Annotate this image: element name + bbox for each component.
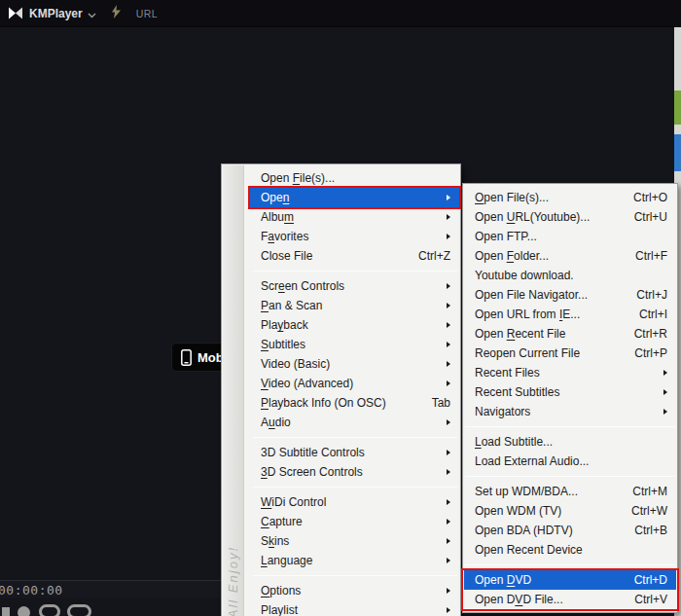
menu-shortcut: Ctrl+M <box>632 485 667 498</box>
chevron-down-icon[interactable] <box>88 5 96 22</box>
menu-item-reopen-current-file[interactable]: Reopen Current FileCtrl+P <box>464 344 676 363</box>
menu-item-open-file-s[interactable]: Open File(s)... <box>250 168 459 188</box>
menu-shortcut: Ctrl+V <box>634 593 667 606</box>
menu-item-label: Open File(s)... <box>261 171 335 185</box>
submenu-arrow-icon <box>447 322 450 328</box>
menu-shortcut: Ctrl+B <box>634 524 667 537</box>
menu-item-load-external-audio[interactable]: Load External Audio... <box>464 452 676 471</box>
menu-item-label: Open Folder... <box>475 249 549 263</box>
repeat-icon[interactable] <box>39 604 60 616</box>
menu-item-video-advanced[interactable]: Video (Advanced) <box>250 374 459 393</box>
menu-item-open-bda-hdtv[interactable]: Open BDA (HDTV)Ctrl+B <box>464 521 676 540</box>
menu-item-label: Recent Files <box>475 366 540 380</box>
menu-item-open-url-from-ie[interactable]: Open URL from IE...Ctrl+I <box>464 305 676 324</box>
gear-icon[interactable] <box>18 606 30 616</box>
menu-item-3d-subtitle-controls[interactable]: 3D Subtitle Controls <box>250 443 459 462</box>
menu-item-youtube-download[interactable]: Youtube download. <box>464 266 676 285</box>
shuffle-icon[interactable] <box>67 604 91 616</box>
menu-item-label: Playback <box>261 318 308 332</box>
submenu-arrow-icon <box>447 519 450 525</box>
menu-item-open[interactable]: Open <box>250 188 459 207</box>
menu-item-audio[interactable]: Audio <box>250 413 459 432</box>
kmplayer-logo-icon <box>8 7 23 19</box>
menu-item-label: Subtitles <box>261 338 305 351</box>
watermark-text: We All Enjoy! <box>226 546 240 616</box>
menu-item-label: Open <box>261 191 289 204</box>
menu-shortcut: Ctrl+D <box>634 573 667 587</box>
menu-item-label: Audio <box>261 416 291 429</box>
menu-item-skins[interactable]: Skins <box>250 531 459 551</box>
menu-item-label: Open DVD <box>475 573 531 587</box>
menu-item-playlist[interactable]: Playlist <box>250 600 459 616</box>
submenu-arrow-icon <box>447 380 450 386</box>
menu-item-language[interactable]: Language <box>250 551 459 570</box>
menu-item-label: Video (Basic) <box>261 357 330 371</box>
menu-separator <box>465 564 675 565</box>
submenu-arrow-icon <box>447 361 450 367</box>
menu-item-open-file-navigator[interactable]: Open File Navigator...Ctrl+J <box>464 285 676 305</box>
menu-item-label: Playback Info (On OSC) <box>261 396 386 410</box>
menu-item-open-url-youtube[interactable]: Open URL(Youtube)...Ctrl+U <box>464 207 676 227</box>
submenu-arrow-icon <box>447 499 450 505</box>
submenu-arrow-icon <box>447 558 450 563</box>
menu-item-recent-subtitles[interactable]: Recent Subtitles <box>464 382 676 402</box>
menu-item-label: Open Recent File <box>475 327 565 341</box>
menu-item-label: Open URL(Youtube)... <box>475 210 590 224</box>
menu-item-playback[interactable]: Playback <box>250 315 459 335</box>
kmplayer-window: KMPlayer URL Mobi 00:00:00 We All Enjoy! <box>0 0 681 616</box>
menu-separator <box>465 476 675 477</box>
menu-item-label: Open WDM (TV) <box>475 504 561 518</box>
menu-item-widi-control[interactable]: WiDi Control <box>250 492 459 512</box>
menu-separator <box>253 487 457 488</box>
menu-item-subtitles[interactable]: Subtitles <box>250 335 459 354</box>
menu-item-label: Capture <box>261 515 303 528</box>
annotation-red-box: Open DVDCtrl+DOpen DVD File...Ctrl+V <box>463 570 677 609</box>
menu-item-3d-screen-controls[interactable]: 3D Screen Controls <box>250 462 459 482</box>
url-label[interactable]: URL <box>136 8 159 19</box>
menu-item-pan-scan[interactable]: Pan & Scan <box>250 296 459 315</box>
menu-item-label: Close File <box>261 249 312 263</box>
menu-item-open-wdm-tv[interactable]: Open WDM (TV)Ctrl+W <box>464 501 676 521</box>
menu-item-album[interactable]: Album <box>250 207 459 227</box>
menu-separator <box>253 575 457 576</box>
menu-item-label: Open File(s)... <box>475 191 549 204</box>
app-title[interactable]: KMPlayer <box>29 7 83 20</box>
menu-item-open-recent-file[interactable]: Open Recent FileCtrl+R <box>464 324 676 344</box>
menu-shortcut: Ctrl+W <box>631 504 667 518</box>
menu-item-options[interactable]: Options <box>250 581 459 600</box>
menu-item-open-file-s[interactable]: Open File(s)...Ctrl+O <box>464 188 676 207</box>
menu-shortcut: Ctrl+Z <box>418 249 450 263</box>
menu-item-label: Language <box>261 554 312 567</box>
menu-item-set-up-wdm-bda[interactable]: Set up WDM/BDA...Ctrl+M <box>464 482 676 501</box>
menu-item-open-folder[interactable]: Open Folder...Ctrl+F <box>464 246 676 266</box>
menu-item-label: Navigators <box>475 405 530 418</box>
menu-item-open-ftp[interactable]: Open FTP... <box>464 227 676 246</box>
player-controls <box>2 604 91 616</box>
lightning-bolt-icon[interactable] <box>112 5 121 22</box>
menu-item-close-file[interactable]: Close FileCtrl+Z <box>250 246 459 266</box>
menu-item-open-dvd[interactable]: Open DVDCtrl+D <box>464 570 676 590</box>
menu-item-label: Open BDA (HDTV) <box>475 524 573 537</box>
menu-shortcut: Ctrl+O <box>633 191 667 204</box>
menu-item-recent-files[interactable]: Recent Files <box>464 363 676 382</box>
submenu-arrow-icon <box>447 538 450 544</box>
submenu-arrow-icon <box>447 342 450 347</box>
menu-item-open-recent-device[interactable]: Open Recent Device <box>464 540 676 560</box>
menu-shortcut: Ctrl+U <box>634 210 667 224</box>
menu-item-navigators[interactable]: Navigators <box>464 402 676 421</box>
menu-item-label: Album <box>261 210 294 224</box>
menu-item-video-basic[interactable]: Video (Basic) <box>250 354 459 374</box>
stop-icon[interactable] <box>2 607 10 616</box>
menu-item-label: Set up WDM/BDA... <box>475 485 578 498</box>
menu-item-label: Favorites <box>261 230 308 243</box>
menu-item-playback-info-on-osc[interactable]: Playback Info (On OSC)Tab <box>250 393 459 413</box>
menu-item-favorites[interactable]: Favorites <box>250 227 459 246</box>
menu-item-load-subtitle[interactable]: Load Subtitle... <box>464 432 676 452</box>
menu-shortcut: Ctrl+I <box>639 308 667 321</box>
menu-item-screen-controls[interactable]: Screen Controls <box>250 276 459 296</box>
menu-item-open-dvd-file[interactable]: Open DVD File...Ctrl+V <box>464 590 676 609</box>
menu-item-label: Skins <box>261 534 289 548</box>
menu-separator <box>253 271 457 272</box>
menu-item-label: Open Recent Device <box>475 543 583 557</box>
menu-item-capture[interactable]: Capture <box>250 512 459 531</box>
